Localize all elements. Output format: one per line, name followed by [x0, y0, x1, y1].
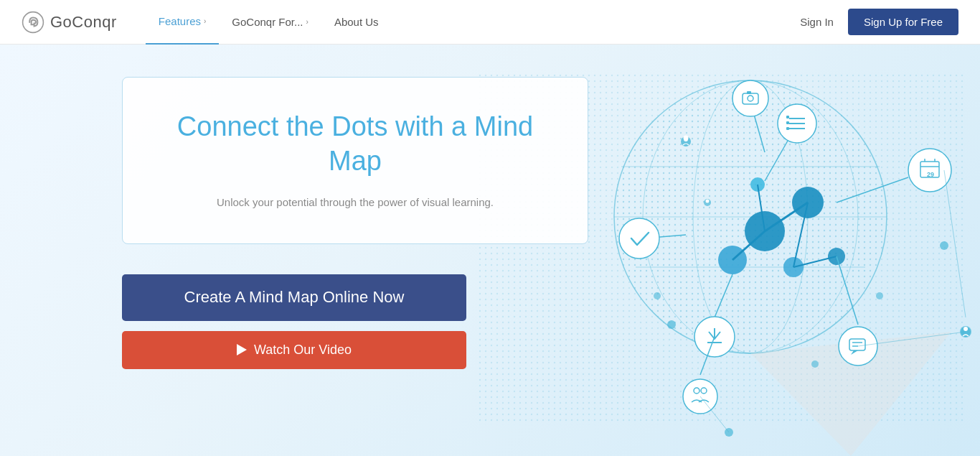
nav-about[interactable]: About Us	[321, 0, 392, 45]
svg-point-69	[706, 200, 710, 203]
svg-point-63	[654, 292, 661, 299]
chevron-down-icon: ›	[306, 18, 308, 26]
nav-goconqr-for[interactable]: GoConqr For... ›	[219, 0, 321, 45]
hero-content-panel: Connect the Dots with a Mind Map Unlock …	[122, 77, 588, 244]
cta-area: Create A Mind Map Online Now Watch Our V…	[122, 274, 466, 369]
chevron-down-icon: ›	[204, 17, 206, 25]
svg-rect-36	[786, 121, 789, 124]
logo-area[interactable]: GoConqr	[22, 11, 117, 34]
goconqr-logo-icon	[22, 11, 44, 34]
svg-text:29: 29	[927, 171, 934, 178]
nav-features[interactable]: Features ›	[146, 0, 220, 45]
play-icon	[237, 344, 247, 355]
svg-rect-10	[614, 80, 887, 353]
sign-up-button[interactable]: Sign Up for Free	[848, 9, 958, 35]
nav-right: Sign In Sign Up for Free	[800, 9, 958, 35]
hero-section: 29 Connect t	[0, 45, 980, 456]
svg-point-0	[23, 11, 44, 32]
svg-point-64	[811, 360, 819, 368]
watch-video-button[interactable]: Watch Our Video	[122, 331, 466, 369]
svg-point-66	[940, 241, 948, 250]
svg-rect-35	[786, 116, 789, 118]
svg-point-65	[876, 292, 883, 299]
svg-point-74	[963, 327, 968, 331]
create-mind-map-button[interactable]: Create A Mind Map Online Now	[122, 274, 466, 321]
svg-point-61	[667, 320, 676, 329]
svg-point-49	[908, 149, 951, 192]
hero-title: Connect the Dots with a Mind Map	[159, 110, 552, 178]
svg-rect-37	[786, 127, 789, 130]
svg-point-75	[684, 136, 689, 141]
sign-in-button[interactable]: Sign In	[800, 16, 834, 28]
svg-point-29	[619, 218, 659, 259]
svg-point-24	[732, 80, 768, 116]
hero-subtitle: Unlock your potential through the power …	[159, 194, 552, 211]
logo-text: GoConqr	[50, 13, 117, 32]
navbar: GoConqr Features › GoConqr For... › Abou…	[0, 0, 980, 45]
nav-links: Features › GoConqr For... › About Us	[146, 0, 800, 45]
svg-rect-27	[747, 91, 751, 94]
